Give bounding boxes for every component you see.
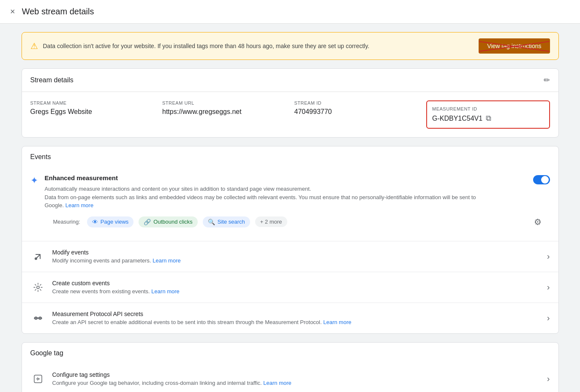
configure-tag-chevron: › — [547, 374, 550, 384]
site-search-chip[interactable]: 🔍 Site search — [203, 216, 250, 227]
stream-details-card: Stream details ✏ STREAM NAME Gregs Eggs … — [22, 68, 559, 138]
search-chip-icon: 🔍 — [208, 219, 215, 225]
stream-url-label: STREAM URL — [162, 100, 286, 105]
page-title: Web stream details — [22, 7, 94, 16]
measurement-id-value: G-KDBY1C54V1 — [432, 115, 482, 122]
alert-banner: ⚠ Data collection isn't active for your … — [22, 32, 559, 60]
google-tag-card: Google tag Configure tag settings Config… — [22, 342, 559, 392]
create-custom-events-title: Create custom events — [52, 280, 547, 287]
configure-tag-content: Configure tag settings Configure your Go… — [52, 371, 547, 386]
google-tag-title: Google tag — [30, 349, 63, 357]
more-chip[interactable]: + 2 more — [255, 216, 287, 227]
stream-id-label: STREAM ID — [294, 100, 418, 105]
configure-tag-title: Configure tag settings — [52, 371, 547, 378]
header: × Web stream details — [0, 0, 580, 24]
copy-icon[interactable]: ⧉ — [486, 114, 491, 123]
svg-point-4 — [39, 317, 41, 319]
modify-events-chevron: › — [547, 251, 550, 261]
page-views-label: Page views — [101, 219, 128, 225]
svg-point-3 — [35, 317, 37, 319]
create-custom-chevron: › — [547, 282, 550, 292]
measurement-id-label: MEASUREMENT ID — [432, 106, 544, 111]
stream-details-header: Stream details ✏ — [22, 69, 558, 92]
svg-point-1 — [37, 286, 39, 289]
measuring-label: Measuring: — [53, 219, 80, 225]
configure-tag-learn-more[interactable]: Learn more — [263, 380, 291, 386]
enhanced-toggle[interactable]: ✓ — [533, 175, 550, 184]
modify-events-icon — [30, 249, 46, 264]
page-views-chip[interactable]: 👁 Page views — [87, 216, 133, 227]
stream-name-value: Gregs Eggs Website — [30, 108, 154, 116]
events-header: Events — [22, 146, 558, 168]
modify-events-learn-more[interactable]: Learn more — [152, 257, 180, 264]
enhanced-learn-more-link[interactable]: Learn more — [65, 202, 93, 208]
svg-rect-5 — [34, 375, 42, 383]
measuring-row: Measuring: 👁 Page views 🔗 Outbound click… — [30, 210, 550, 234]
alert-left: ⚠ Data collection isn't active for your … — [30, 41, 370, 51]
modify-events-content: Modify events Modify incoming events and… — [52, 249, 547, 264]
configure-tag-desc: Configure your Google tag behavior, incl… — [52, 380, 547, 386]
toggle-track: ✓ — [533, 175, 550, 184]
measurement-protocol-item[interactable]: Measurement Protocol API secrets Create … — [22, 303, 558, 333]
measuring-settings: ⚙ — [534, 217, 542, 227]
stream-name-label: STREAM NAME — [30, 100, 154, 105]
events-title: Events — [30, 153, 51, 161]
view-tag-button[interactable]: View tag instructions — [479, 38, 550, 54]
enhanced-content: Enhanced measurement Automatically measu… — [45, 174, 488, 210]
google-tag-header: Google tag — [22, 343, 558, 364]
measurement-protocol-desc: Create an API secret to enable additiona… — [52, 319, 547, 325]
measurement-protocol-chevron: › — [547, 313, 550, 323]
events-card: Events ✦ Enhanced measurement Automatica… — [22, 146, 559, 334]
enhanced-desc: Automatically measure interactions and c… — [45, 185, 488, 210]
create-custom-events-icon — [30, 280, 46, 295]
link-icon: 🔗 — [144, 219, 151, 225]
configure-tag-icon — [30, 371, 46, 387]
outbound-clicks-label: Outbound clicks — [153, 219, 193, 225]
configure-tag-item[interactable]: Configure tag settings Configure your Go… — [22, 364, 558, 392]
measurement-protocol-learn-more[interactable]: Learn more — [323, 319, 351, 325]
create-custom-events-desc: Create new events from existing events. … — [52, 288, 547, 295]
create-custom-events-content: Create custom events Create new events f… — [52, 280, 547, 295]
outbound-clicks-chip[interactable]: 🔗 Outbound clicks — [139, 216, 198, 227]
settings-icon[interactable]: ⚙ — [534, 217, 542, 227]
stream-id-field: STREAM ID 4704993770 — [294, 100, 418, 129]
modify-events-item[interactable]: Modify events Modify incoming events and… — [22, 241, 558, 272]
create-custom-events-item[interactable]: Create custom events Create new events f… — [22, 272, 558, 303]
eye-icon: 👁 — [92, 219, 98, 225]
create-custom-events-learn-more[interactable]: Learn more — [151, 288, 179, 295]
sparkle-icon: ✦ — [30, 175, 38, 186]
stream-fields: STREAM NAME Gregs Eggs Website STREAM UR… — [22, 92, 558, 137]
enhanced-measurement-section: ✦ Enhanced measurement Automatically mea… — [22, 168, 558, 241]
main-content: ⚠ Data collection isn't active for your … — [11, 24, 569, 392]
modify-events-title: Modify events — [52, 249, 547, 256]
enhanced-title: Enhanced measurement — [45, 174, 488, 181]
toggle-check-icon: ✓ — [545, 176, 548, 182]
enhanced-left: ✦ Enhanced measurement Automatically mea… — [30, 174, 525, 210]
enhanced-header: ✦ Enhanced measurement Automatically mea… — [30, 174, 550, 210]
measurement-protocol-content: Measurement Protocol API secrets Create … — [52, 311, 547, 325]
warning-icon: ⚠ — [30, 41, 38, 51]
measurement-id-row: G-KDBY1C54V1 ⧉ — [432, 114, 544, 123]
alert-text: Data collection isn't active for your we… — [43, 43, 370, 49]
stream-id-value: 4704993770 — [294, 108, 418, 116]
stream-url-value: https://www.gregseggs.net — [162, 108, 286, 116]
site-search-label: Site search — [218, 219, 245, 225]
stream-name-field: STREAM NAME Gregs Eggs Website — [30, 100, 154, 129]
stream-url-field: STREAM URL https://www.gregseggs.net — [162, 100, 286, 129]
measurement-id-field: MEASUREMENT ID G-KDBY1C54V1 ⧉ — [426, 100, 550, 129]
measurement-protocol-icon — [30, 311, 46, 326]
close-icon[interactable]: × — [10, 7, 15, 16]
stream-details-title: Stream details — [30, 76, 74, 84]
modify-events-desc: Modify incoming events and parameters. L… — [52, 257, 547, 264]
measurement-protocol-title: Measurement Protocol API secrets — [52, 311, 547, 317]
edit-icon[interactable]: ✏ — [544, 76, 550, 85]
svg-rect-2 — [34, 318, 42, 319]
